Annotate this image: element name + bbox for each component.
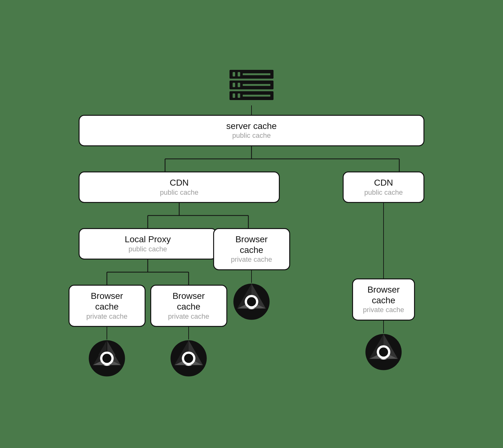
connector-server-cdn <box>79 146 424 171</box>
cdn-right-box: CDN public cache <box>343 171 424 203</box>
browser-3-section: Browser cache private cache <box>223 228 280 321</box>
browser-3-subtitle: private cache <box>224 255 280 264</box>
server-icon <box>226 64 277 105</box>
server-cache-subtitle: public cache <box>89 131 414 140</box>
browser-4-title: Browser cache <box>362 284 405 305</box>
browser-2-item: Browser cache private cache <box>160 285 217 377</box>
browser-3-title: Browser cache <box>224 234 280 255</box>
chrome-icon-1 <box>88 339 126 377</box>
cdn-right-title: CDN <box>353 177 414 188</box>
browser-1-subtitle: private cache <box>79 312 135 321</box>
svg-point-29 <box>247 297 256 306</box>
chrome-icon-3 <box>233 283 270 321</box>
local-proxy-subtitle: public cache <box>89 245 207 254</box>
connector-browser-1-chrome <box>107 327 107 339</box>
browser-4-item: Browser cache private cache <box>352 278 415 371</box>
local-proxy-box: Local Proxy public cache <box>79 228 217 260</box>
browsers-1-2-row: Browser cache private cache <box>79 285 217 377</box>
cdn-left-section: CDN public cache <box>79 171 280 377</box>
svg-point-24 <box>184 354 193 363</box>
cdn-row: CDN public cache <box>79 171 424 377</box>
connector-browser-4-chrome <box>383 321 384 333</box>
connector-cdn-right-browser <box>383 203 384 278</box>
server-cache-title: server cache <box>89 121 414 132</box>
browser-2-subtitle: private cache <box>161 312 217 321</box>
server-cache-box: server cache public cache <box>79 115 424 146</box>
svg-point-34 <box>379 348 388 357</box>
local-proxy-section: Local Proxy public cache <box>79 228 217 377</box>
cdn-left-subtitle: public cache <box>89 188 269 197</box>
connector-browser-3-chrome <box>251 270 252 283</box>
browser-1-item: Browser cache private cache <box>79 285 135 377</box>
cdn-right-subtitle: public cache <box>353 188 414 197</box>
local-proxy-title: Local Proxy <box>89 234 207 245</box>
browser-3-box: Browser cache private cache <box>213 228 290 270</box>
svg-point-16 <box>102 354 112 363</box>
browser-4-box: Browser cache private cache <box>352 278 415 321</box>
chrome-icon-2 <box>170 339 207 377</box>
browser-1-box: Browser cache private cache <box>69 285 146 327</box>
cdn-right-section: CDN public cache Browser cache private c… <box>343 171 424 371</box>
browser-1-title: Browser cache <box>79 291 135 312</box>
proxy-browser3-row: Local Proxy public cache <box>79 228 280 377</box>
cdn-left-title: CDN <box>89 177 269 188</box>
connector-proxy-browsers <box>79 260 217 285</box>
browser-2-title: Browser cache <box>161 291 217 312</box>
browser-4-subtitle: private cache <box>362 305 405 315</box>
browser-2-box: Browser cache private cache <box>150 285 227 327</box>
connector-server-top <box>251 105 252 115</box>
diagram: server cache public cache CDN public cac… <box>63 52 440 396</box>
connector-browser-2-chrome <box>188 327 189 339</box>
connector-cdn-left <box>79 203 280 228</box>
chrome-icon-4 <box>365 333 402 371</box>
cdn-left-box: CDN public cache <box>79 171 280 203</box>
